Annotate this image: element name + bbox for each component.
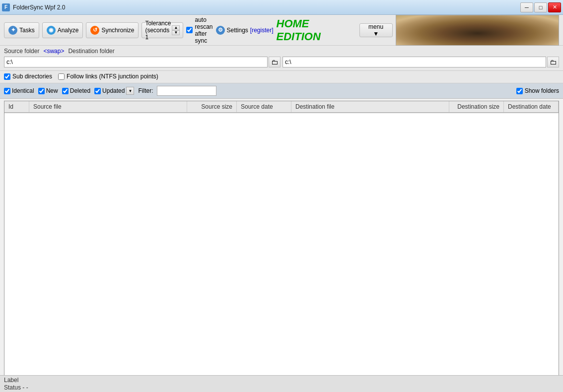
auto-rescan-group: auto rescan after sync — [186, 16, 212, 44]
synchronize-button[interactable]: ↺ Synchronize — [86, 22, 139, 38]
header-source-size: Source size — [187, 101, 237, 112]
show-folders-checkbox[interactable] — [516, 88, 523, 94]
new-filter: New — [38, 87, 58, 94]
sync-icon: ↺ — [90, 26, 99, 35]
analyze-label: Analyze — [58, 27, 79, 34]
tolerance-label: Tolerance (seconds 1 — [145, 20, 171, 41]
home-edition-label: HOME EDITION — [277, 17, 356, 43]
status-label-text: Label — [4, 377, 559, 384]
follow-links-checkbox[interactable] — [58, 73, 65, 80]
status-status-text: Status - - — [4, 384, 559, 391]
tolerance-up-button[interactable]: ▲ — [172, 25, 180, 30]
title-bar-buttons: ─ □ ✕ — [520, 2, 561, 12]
folder-row: Source folder <swap> Destination folder … — [0, 46, 563, 71]
dest-folder-label: Destination folder — [68, 48, 114, 55]
header-source-date: Source date — [237, 101, 291, 112]
maximize-button[interactable]: □ — [534, 2, 547, 12]
tolerance-down-button[interactable]: ▼ — [172, 30, 180, 35]
deleted-label: Deleted — [70, 87, 90, 94]
swap-link[interactable]: <swap> — [43, 48, 64, 55]
tolerance-arrows: ▲ ▼ — [172, 25, 180, 35]
app-icon: F — [2, 3, 10, 11]
show-folders-group: Show folders — [516, 87, 559, 94]
tasks-button[interactable]: ✦ Tasks — [4, 22, 39, 38]
follow-links-text: Follow links (NTFS junction points) — [67, 73, 158, 80]
close-button[interactable]: ✕ — [548, 2, 561, 12]
analyze-icon: ◉ — [47, 26, 56, 35]
header-source-file: Source file — [29, 101, 187, 112]
table-header: Id Source file Source size Source date D… — [4, 101, 559, 113]
analyze-button[interactable]: ◉ Analyze — [42, 22, 83, 38]
sub-directories-label[interactable]: Sub directories — [4, 73, 52, 80]
filter-input[interactable] — [157, 86, 216, 96]
dest-browse-button[interactable]: 🗀 — [547, 57, 559, 67]
thumbnail-image — [396, 15, 559, 45]
updated-checkbox[interactable] — [94, 88, 101, 94]
source-folder-group: 🗀 — [4, 57, 281, 67]
subfolder-row: Sub directories Follow links (NTFS junct… — [0, 71, 563, 83]
tasks-icon: ✦ — [8, 26, 17, 35]
auto-rescan-label: auto rescan after sync — [195, 16, 212, 44]
new-checkbox[interactable] — [38, 88, 45, 94]
filter-dropdown-button[interactable]: ▼ — [126, 87, 134, 95]
header-dest-file: Destination file — [291, 101, 449, 112]
register-link[interactable]: [register] — [250, 27, 274, 34]
menu-button[interactable]: menu ▼ — [359, 23, 393, 37]
header-dest-date: Destination date — [504, 101, 559, 112]
updated-filter: Updated ▼ — [94, 87, 134, 95]
folder-labels: Source folder <swap> Destination folder — [4, 48, 559, 55]
synchronize-label: Synchronize — [101, 27, 134, 34]
source-folder-input[interactable] — [4, 57, 268, 67]
main-table-container: Id Source file Source size Source date D… — [4, 101, 559, 390]
title-bar-text: FolderSync Wpf 2.0 — [13, 4, 65, 11]
header-id: Id — [4, 101, 29, 112]
status-bar: Label Status - - — [0, 375, 563, 392]
settings-icon: ⚙ — [216, 26, 225, 35]
sub-directories-checkbox[interactable] — [4, 73, 10, 80]
app-body: ✦ Tasks ◉ Analyze ↺ Synchronize Toleranc… — [0, 15, 563, 392]
tolerance-group: Tolerance (seconds 1 ▲ ▼ — [141, 22, 183, 38]
sub-directories-text: Sub directories — [12, 73, 52, 80]
filter-toolbar: Identical New Deleted Updated ▼ Filter: … — [0, 83, 563, 99]
follow-links-label[interactable]: Follow links (NTFS junction points) — [58, 73, 158, 80]
settings-group: ⚙ Settings [register] — [216, 26, 274, 35]
title-bar: F FolderSync Wpf 2.0 ─ □ ✕ — [0, 0, 563, 15]
title-bar-left: F FolderSync Wpf 2.0 — [2, 3, 65, 11]
dest-folder-group: 🗀 — [282, 57, 559, 67]
source-folder-label: Source folder — [4, 48, 39, 55]
auto-rescan-checkbox[interactable] — [186, 27, 193, 33]
deleted-checkbox[interactable] — [62, 88, 69, 94]
source-browse-button[interactable]: 🗀 — [269, 57, 281, 67]
new-label: New — [46, 87, 58, 94]
identical-label: Identical — [12, 87, 34, 94]
updated-label: Updated — [102, 87, 125, 94]
show-folders-label: Show folders — [525, 87, 559, 94]
filter-label: Filter: — [138, 87, 153, 94]
settings-label: Settings — [227, 27, 248, 34]
identical-checkbox[interactable] — [4, 88, 10, 94]
tasks-label: Tasks — [19, 27, 35, 34]
toolbar: ✦ Tasks ◉ Analyze ↺ Synchronize Toleranc… — [0, 15, 563, 46]
header-dest-size: Destination size — [449, 101, 504, 112]
table-body — [4, 113, 559, 389]
thumbnail-area — [396, 15, 559, 46]
deleted-filter: Deleted — [62, 87, 90, 94]
minimize-button[interactable]: ─ — [520, 2, 533, 12]
folder-inputs: 🗀 🗀 — [4, 57, 559, 67]
dest-folder-input[interactable] — [282, 57, 546, 67]
toolbar-left: ✦ Tasks ◉ Analyze ↺ Synchronize Toleranc… — [4, 16, 274, 44]
identical-filter: Identical — [4, 87, 34, 94]
